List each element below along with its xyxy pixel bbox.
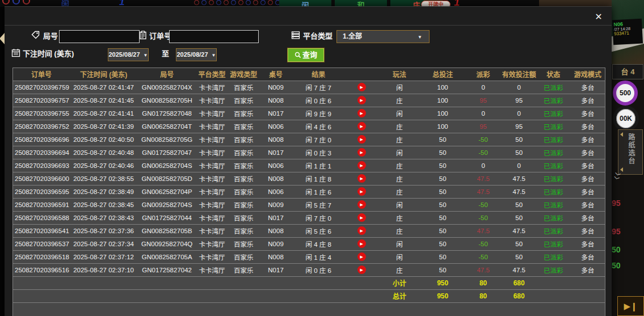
column-header-5: 游戏类型: [228, 68, 260, 81]
cell-result: 闲 5 庄 7: [292, 198, 345, 211]
cell-valid: 50: [502, 198, 536, 211]
cell-platform: 卡卡湾厅: [196, 107, 227, 120]
play-video-button[interactable]: ▶: [357, 266, 366, 274]
casino-background-right: N06 /27 14:28 933471 台 4 500 00K 路纸选台 ﹀﹀…: [612, 0, 644, 316]
cell-table_no: N008: [260, 172, 292, 185]
cell-time: 2025-08-27 02:41:41: [70, 107, 137, 120]
background-payout-value: 95: [612, 227, 621, 236]
cell-table_no: N017: [260, 211, 292, 224]
play-video-button[interactable]: ▶: [357, 161, 366, 170]
cell-status: 已派彩: [536, 146, 570, 159]
cell-bet_on: 闲: [378, 250, 420, 263]
cell-game: 百家乐: [228, 237, 260, 250]
cell-bet_on: 闲: [378, 107, 420, 120]
chevron-down-icon: ▼: [144, 53, 148, 58]
calendar-icon: [11, 48, 20, 57]
order-filter-label: 订单号: [149, 32, 171, 41]
table-video-thumbnail[interactable]: N06 /27 14:28 933471: [612, 0, 644, 64]
cell-game: 百家乐: [228, 263, 260, 276]
column-header-12: 有效投注额: [502, 68, 536, 81]
cell-table_no: N008: [260, 133, 292, 146]
cell-round: GN0092582704S: [137, 198, 196, 211]
cell-payout: -50: [465, 146, 502, 159]
cell-play: ▶: [345, 185, 378, 198]
cell-status: 已派彩: [536, 172, 570, 185]
play-video-button[interactable]: ▶: [357, 226, 366, 235]
cell-mode: 多台: [570, 81, 605, 94]
cell-valid: 47.5: [502, 224, 536, 237]
order-input[interactable]: [169, 30, 259, 43]
cell-platform: 卡卡湾厅: [196, 250, 227, 263]
cell-total: 50: [421, 224, 465, 237]
play-video-button[interactable]: ▶: [357, 200, 366, 209]
play-video-button[interactable]: ▶: [357, 148, 366, 157]
play-video-button[interactable]: ▶: [357, 122, 366, 130]
cell-valid: 95: [502, 94, 536, 107]
close-button[interactable]: ✕: [592, 11, 605, 23]
cell-play: ▶: [345, 211, 378, 224]
column-header-14: 游戏模式: [570, 68, 605, 81]
play-video-button[interactable]: ▶: [357, 83, 366, 91]
search-button[interactable]: 查询: [288, 48, 324, 62]
cell-table_no: N009: [260, 198, 292, 211]
cell-payout: -50: [465, 211, 502, 224]
chip-100k[interactable]: 00K: [613, 106, 639, 132]
roadmap-table-select-tab[interactable]: 路纸选台: [618, 129, 643, 175]
cell-table_no: N017: [260, 107, 292, 120]
subtotal-row: 小计 950 80 680: [13, 276, 605, 289]
cell-round: GN0092582704Q: [137, 237, 196, 250]
cell-total: 50: [421, 198, 465, 211]
cell-total: 100: [421, 120, 465, 133]
cell-order: 250827020396757: [13, 94, 70, 107]
table-row: 2508270203965372025-08-27 02:37:34GN0092…: [13, 237, 605, 250]
date-from-select[interactable]: 2025/08/27▼: [108, 48, 149, 61]
cell-bet_on: 庄: [378, 133, 420, 146]
play-video-button[interactable]: ▶: [357, 239, 366, 248]
round-filter-label: 局号: [43, 32, 58, 41]
play-video-button[interactable]: ▶: [357, 135, 366, 144]
cell-time: 2025-08-27 02:38:49: [70, 185, 137, 198]
cell-result: 闲 1 庄 6: [292, 185, 345, 198]
table-row: 2508270203965952025-08-27 02:38:49GN0062…: [13, 185, 605, 198]
cell-valid: 50: [502, 237, 536, 250]
table-row: 2508270203967592025-08-27 02:41:47GN0092…: [13, 81, 605, 94]
play-video-button[interactable]: ▶: [357, 174, 366, 183]
play-video-button[interactable]: ▶: [357, 109, 366, 117]
cell-time: 2025-08-27 02:41:45: [70, 94, 137, 107]
roadmap-bead-icon: [238, 0, 243, 5]
play-video-button[interactable]: ▶: [357, 213, 366, 222]
cell-play: ▶: [345, 159, 378, 172]
platform-select[interactable]: 1.全部 ▼: [336, 30, 430, 43]
background-payout-value: 50: [612, 245, 621, 254]
round-input[interactable]: [59, 30, 140, 43]
roadmap-bead-icon: [246, 0, 251, 5]
date-to-value: 2025/08/27: [177, 51, 208, 58]
cell-time: 2025-08-27 02:40:50: [70, 133, 137, 146]
cell-time: 2025-08-27 02:37:36: [70, 224, 137, 237]
cell-result: 闲 9 庄 9: [292, 107, 345, 120]
cell-order: 250827020396537: [13, 237, 70, 250]
next-table-button[interactable]: ▶❙: [617, 296, 644, 316]
cell-round: GN01725827044: [137, 211, 196, 224]
panel-collapse-arrow[interactable]: [0, 33, 5, 44]
column-header-8: [345, 68, 378, 81]
date-to-select[interactable]: 2025/08/27▼: [176, 48, 217, 61]
bet-time-label: 下注时间 (美东): [23, 49, 74, 58]
cell-round: GN01725827042: [137, 263, 196, 276]
roadmap-bead-icon: [2, 0, 10, 5]
cell-bet_on: 庄: [378, 172, 420, 185]
cell-round: GN0082582705A: [137, 250, 196, 263]
cell-platform: 卡卡湾厅: [196, 146, 227, 159]
chip-500[interactable]: 500: [613, 81, 638, 106]
cell-play: ▶: [345, 224, 378, 237]
roadmap-bead-icon: [253, 0, 258, 5]
cell-table_no: N008: [260, 94, 292, 107]
play-video-button[interactable]: ▶: [357, 252, 366, 261]
play-video-button[interactable]: ▶: [357, 187, 366, 196]
table-number-badge[interactable]: 台 4: [612, 64, 643, 79]
column-header-1: 订单号: [13, 68, 70, 81]
cell-mode: 多台: [570, 159, 605, 172]
play-video-button[interactable]: ▶: [357, 96, 366, 104]
cell-status: 已派彩: [536, 198, 570, 211]
cell-mode: 多台: [570, 250, 605, 263]
